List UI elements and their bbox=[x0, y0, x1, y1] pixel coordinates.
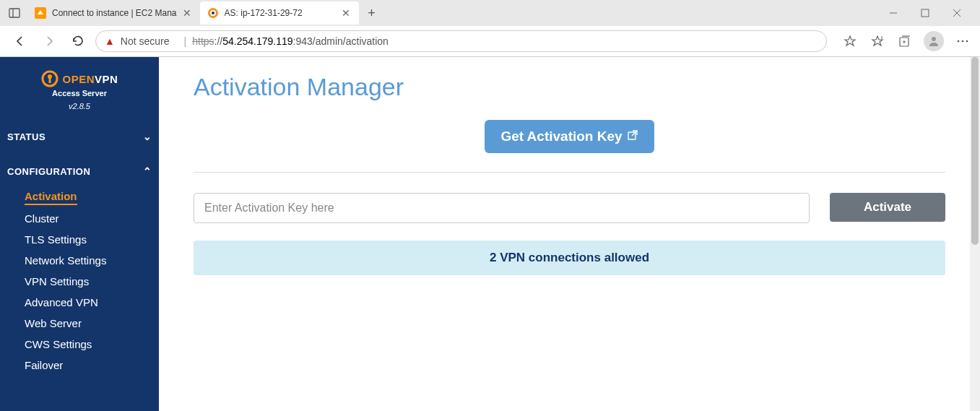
nav-header-status[interactable]: STATUS ⌄ bbox=[7, 128, 152, 145]
chevron-down-icon: ⌄ bbox=[143, 131, 152, 142]
url-scheme: https bbox=[192, 35, 214, 47]
openvpn-logo-icon bbox=[41, 70, 58, 87]
star-favorite-icon[interactable] bbox=[841, 33, 859, 50]
activation-key-input[interactable] bbox=[194, 193, 810, 223]
get-key-row: Get Activation Key bbox=[194, 120, 945, 153]
tab-close-icon[interactable]: ✕ bbox=[181, 7, 193, 19]
app-container: OPENVPN Access Server v2.8.5 STATUS ⌄ CO… bbox=[0, 57, 980, 411]
logo-text: OPENVPN bbox=[63, 73, 118, 85]
nav-section-status: STATUS ⌄ bbox=[0, 118, 159, 152]
nav-items-configuration: Activation Cluster TLS Settings Network … bbox=[7, 186, 152, 376]
scrollbar-thumb[interactable] bbox=[971, 57, 979, 245]
version-label: v2.8.5 bbox=[7, 102, 152, 111]
svg-point-5 bbox=[212, 12, 214, 14]
sidebar-item-cws-settings[interactable]: CWS Settings bbox=[25, 334, 152, 355]
browser-chrome: Connect to instance | EC2 Mana ✕ AS: ip-… bbox=[0, 0, 980, 57]
get-activation-key-button[interactable]: Get Activation Key bbox=[485, 120, 654, 153]
tab-panel-button[interactable] bbox=[4, 3, 25, 23]
sidebar: OPENVPN Access Server v2.8.5 STATUS ⌄ CO… bbox=[0, 57, 159, 411]
nav-header-label: CONFIGURATION bbox=[7, 166, 90, 177]
forward-button[interactable] bbox=[38, 30, 61, 53]
tab-title: Connect to instance | EC2 Mana bbox=[52, 8, 177, 18]
window-controls bbox=[883, 3, 976, 23]
svg-point-17 bbox=[958, 40, 960, 43]
svg-line-24 bbox=[632, 131, 637, 136]
chevron-up-icon: ⌃ bbox=[143, 165, 152, 177]
url-host: 54.254.179.119 bbox=[222, 35, 292, 47]
refresh-button[interactable] bbox=[66, 30, 90, 53]
logo-block: OPENVPN Access Server v2.8.5 bbox=[0, 57, 159, 118]
new-tab-button[interactable]: + bbox=[362, 3, 382, 23]
openvpn-favicon bbox=[207, 7, 219, 19]
sidebar-item-vpn-settings[interactable]: VPN Settings bbox=[25, 271, 152, 292]
sidebar-item-failover[interactable]: Failover bbox=[25, 355, 152, 376]
url-separator: | bbox=[184, 35, 187, 47]
address-bar: ▲ Not secure | https://54.254.179.119:94… bbox=[0, 26, 980, 56]
scrollbar-track[interactable] bbox=[970, 57, 980, 411]
address-bar-icons bbox=[841, 31, 971, 51]
activation-input-row: Activate bbox=[194, 193, 945, 223]
profile-avatar[interactable] bbox=[924, 31, 944, 51]
tab-close-icon[interactable]: ✕ bbox=[340, 7, 352, 19]
activate-button[interactable]: Activate bbox=[830, 193, 945, 222]
sidebar-item-advanced-vpn[interactable]: Advanced VPN bbox=[25, 292, 152, 313]
external-link-icon bbox=[627, 129, 638, 144]
svg-rect-22 bbox=[48, 77, 51, 83]
sidebar-item-web-server[interactable]: Web Server bbox=[25, 313, 152, 334]
sidebar-item-network-settings[interactable]: Network Settings bbox=[25, 250, 152, 271]
sidebar-item-activation[interactable]: Activation bbox=[25, 186, 77, 205]
svg-point-19 bbox=[966, 40, 968, 43]
svg-rect-7 bbox=[922, 9, 929, 17]
browser-tab-1[interactable]: AS: ip-172-31-29-72 ✕ bbox=[200, 1, 359, 25]
connections-info-banner: 2 VPN connections allowed bbox=[194, 241, 945, 275]
security-label: Not secure bbox=[121, 35, 170, 47]
aws-favicon bbox=[35, 7, 46, 19]
tab-bar: Connect to instance | EC2 Mana ✕ AS: ip-… bbox=[0, 0, 980, 26]
insecure-icon: ▲ bbox=[105, 35, 115, 47]
get-key-label: Get Activation Key bbox=[500, 129, 622, 144]
favorites-bar-icon[interactable] bbox=[869, 33, 886, 50]
browser-tab-0[interactable]: Connect to instance | EC2 Mana ✕ bbox=[27, 1, 200, 25]
sidebar-item-cluster[interactable]: Cluster bbox=[25, 208, 152, 229]
main-content: Activation Manager Get Activation Key Ac… bbox=[159, 57, 980, 411]
divider bbox=[194, 172, 945, 173]
more-menu-icon[interactable] bbox=[954, 33, 971, 50]
nav-header-label: STATUS bbox=[7, 131, 45, 142]
collections-icon[interactable] bbox=[896, 33, 914, 50]
minimize-button[interactable] bbox=[883, 3, 903, 23]
nav-section-configuration: CONFIGURATION ⌃ Activation Cluster TLS S… bbox=[0, 152, 159, 383]
svg-point-16 bbox=[932, 37, 936, 41]
logo-subtitle: Access Server bbox=[7, 89, 152, 98]
url-path: :943/admin/activation bbox=[293, 35, 389, 47]
page-title: Activation Manager bbox=[194, 73, 945, 101]
tab-title: AS: ip-172-31-29-72 bbox=[225, 8, 336, 18]
sidebar-item-tls-settings[interactable]: TLS Settings bbox=[25, 229, 152, 250]
back-button[interactable] bbox=[9, 30, 32, 53]
maximize-button[interactable] bbox=[915, 3, 935, 23]
url-input[interactable]: ▲ Not secure | https://54.254.179.119:94… bbox=[95, 30, 827, 52]
svg-rect-0 bbox=[9, 9, 19, 17]
nav-header-configuration[interactable]: CONFIGURATION ⌃ bbox=[7, 163, 152, 180]
svg-point-18 bbox=[962, 40, 964, 43]
close-window-button[interactable] bbox=[947, 3, 967, 23]
